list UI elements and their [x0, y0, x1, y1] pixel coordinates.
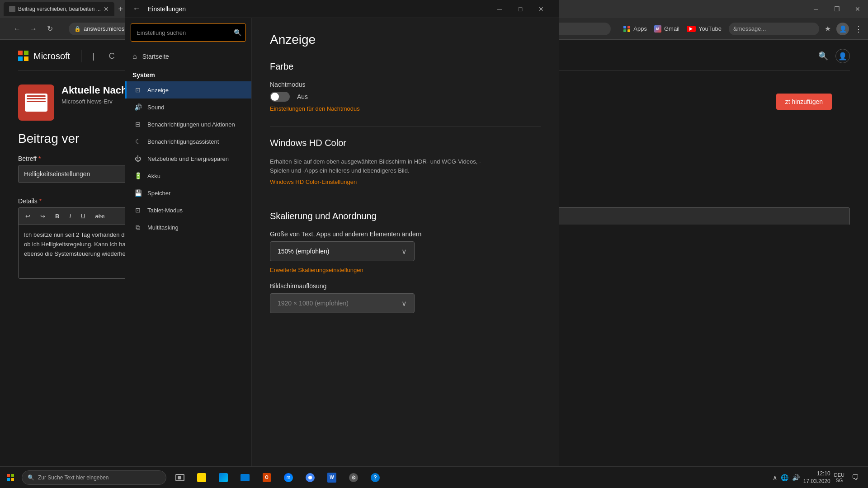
ms-logo-text: Microsoft: [33, 51, 70, 61]
ms-community-text: |: [92, 52, 94, 61]
user-initials: SG: [834, 478, 844, 483]
anzeige-label: Anzeige: [147, 87, 169, 94]
nav-item-benachrichtigungen[interactable]: ⊟ Benachrichtigungen und Aktionen: [125, 116, 251, 133]
nachtmodus-subsection: Nachtmodus Aus Einstellungen für den Nac…: [270, 81, 541, 112]
scale-dropdown[interactable]: 150% (empfohlen) ∨: [270, 241, 415, 261]
browser-close-btn[interactable]: ✕: [847, 0, 868, 18]
notification-center-btn[interactable]: 🗨: [848, 470, 863, 485]
taskbar-help[interactable]: ?: [365, 468, 385, 488]
forward-btn[interactable]: →: [27, 23, 40, 35]
taskbar-store[interactable]: [213, 468, 233, 488]
ms-header-right: 🔍 👤: [818, 49, 850, 63]
taskbar-search-icon: 🔍: [28, 474, 34, 481]
profile-btn[interactable]: 👤: [836, 23, 849, 35]
monitor-icon: ⊡: [134, 86, 142, 94]
netzbetrieb-label: Netzbetrieb und Energiesparen: [147, 155, 229, 162]
tray-volume-icon[interactable]: 🔊: [792, 474, 800, 481]
resolution-dropdown[interactable]: 868 × 488 (empfohlen) ∨: [270, 293, 415, 313]
benasst-label: Benachrichtigungsassistent: [147, 138, 219, 145]
scale-advanced-link[interactable]: Erweiterte Skalierungseinstellungen: [270, 267, 541, 273]
taskbar-mail[interactable]: [235, 468, 255, 488]
ms-community-label: C: [109, 52, 115, 61]
speicher-label: Speicher: [147, 190, 170, 197]
browser-toolbar-right: &message... ★ 👤 ⋮: [729, 23, 863, 35]
start-sq-4: [11, 478, 14, 481]
settings-search-input[interactable]: [131, 23, 246, 42]
ms-sq-green: [24, 51, 28, 55]
task-view-btn[interactable]: [170, 468, 190, 488]
multitask-icon: ⧉: [134, 223, 142, 231]
settings-sidebar: 🔍 ⌂ Startseite System ⊡ Anzeige 🔊 Sound: [125, 18, 252, 488]
url-text: answers.micros: [84, 25, 124, 32]
browser-minimize-btn[interactable]: ─: [806, 0, 826, 18]
nav-item-benasst[interactable]: ☾ Benachrichtigungsassistent: [125, 133, 251, 150]
taskbar-word[interactable]: W: [322, 468, 342, 488]
start-icon: [7, 474, 14, 481]
nachtmodus-toggle[interactable]: [270, 92, 290, 102]
taskbar-messenger[interactable]: m: [278, 468, 298, 488]
nachtmodus-link[interactable]: Einstellungen für den Nachtmodus: [270, 105, 541, 112]
reload-btn[interactable]: ↻: [43, 23, 56, 35]
back-btn[interactable]: ←: [11, 23, 24, 35]
youtube-icon: [687, 26, 696, 32]
multitask-label: Multitasking: [147, 224, 179, 231]
nav-item-netzbetrieb[interactable]: ⏻ Netzbetrieb und Energiesparen: [125, 150, 251, 167]
news-title: Aktuelle Nach: [61, 84, 127, 96]
details-required-mark: *: [39, 197, 42, 205]
ms-logo: Microsoft: [18, 51, 70, 61]
browser-maximize-btn[interactable]: ❒: [826, 0, 847, 18]
settings-close-btn[interactable]: ✕: [531, 0, 552, 18]
bold-btn[interactable]: B: [52, 211, 62, 221]
nav-item-akku[interactable]: 🔋 Akku: [125, 167, 251, 184]
strikethrough-btn[interactable]: abc: [92, 211, 108, 221]
notification-icon: 🗨: [852, 474, 859, 482]
settings-back-btn[interactable]: ←: [132, 4, 141, 14]
tab-close-btn[interactable]: ✕: [104, 5, 109, 13]
hd-color-link[interactable]: Windows HD Color-Einstellungen: [270, 178, 541, 185]
browser-menu-btn[interactable]: ⋮: [854, 24, 863, 34]
add-btn[interactable]: zt hinzufügen: [776, 94, 832, 110]
taskbar-settings[interactable]: ⚙: [344, 468, 363, 488]
home-label: Startseite: [142, 53, 169, 60]
undo-btn[interactable]: ↩: [22, 211, 33, 221]
nav-item-sound[interactable]: 🔊 Sound: [125, 99, 251, 116]
subject-label-text: Betreff: [18, 155, 37, 162]
taskbar-search[interactable]: 🔍 Zur Suche Text hier eingeben: [22, 470, 166, 485]
yt-play-icon: [689, 27, 693, 31]
ms-user-icon[interactable]: 👤: [835, 49, 850, 63]
taskbar-file-explorer[interactable]: [192, 468, 212, 488]
tray-up-arrow[interactable]: ∧: [773, 474, 777, 481]
settings-minimize-btn[interactable]: ─: [489, 0, 510, 18]
bookmark-star-icon[interactable]: ★: [825, 24, 831, 33]
locale-display: DEU SG: [834, 472, 844, 483]
settings-search-icon[interactable]: 🔍: [234, 29, 241, 36]
underline-btn[interactable]: U: [78, 211, 88, 221]
browser-search-bar[interactable]: &message...: [729, 23, 819, 35]
ms-search-icon[interactable]: 🔍: [818, 51, 828, 61]
taskbar-chrome[interactable]: [300, 468, 320, 488]
start-sq-2: [11, 474, 14, 477]
apps-grid-icon: [623, 26, 631, 32]
chrome-icon: [306, 473, 315, 482]
youtube-bookmark[interactable]: YouTube: [687, 25, 722, 32]
gmail-bookmark[interactable]: M Gmail: [654, 25, 679, 33]
nav-item-speicher[interactable]: 💾 Speicher: [125, 184, 251, 202]
new-tab-btn[interactable]: +: [116, 3, 125, 15]
settings-home-btn[interactable]: ⌂ Startseite: [125, 47, 251, 66]
ms-header-divider: [81, 50, 81, 62]
settings-maximize-btn[interactable]: □: [510, 0, 531, 18]
start-btn[interactable]: [0, 467, 22, 488]
nav-item-anzeige[interactable]: ⊡ Anzeige: [125, 81, 251, 99]
tray-network-icon[interactable]: 🌐: [781, 474, 788, 481]
redo-btn[interactable]: ↪: [37, 211, 48, 221]
browser-tab[interactable]: Beitrag verschieben, bearbeiten ... ✕: [4, 2, 114, 16]
system-clock[interactable]: 12:10 17.03.2020: [803, 470, 830, 485]
settings-titlebar: ← Einstellungen ─ □ ✕: [125, 0, 559, 18]
tab-title: Beitrag verschieben, bearbeiten ...: [18, 6, 101, 12]
italic-btn[interactable]: I: [66, 211, 74, 221]
nav-item-tablet[interactable]: ⊡ Tablet-Modus: [125, 202, 251, 219]
apps-bookmark[interactable]: Apps: [623, 25, 647, 32]
nav-item-multitask[interactable]: ⧉ Multitasking: [125, 219, 251, 236]
gmail-icon: M: [654, 25, 661, 33]
taskbar-office[interactable]: O: [257, 468, 277, 488]
